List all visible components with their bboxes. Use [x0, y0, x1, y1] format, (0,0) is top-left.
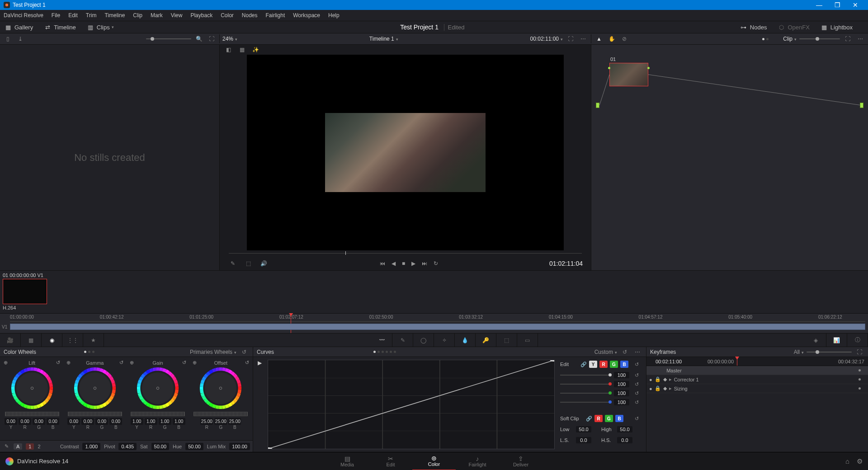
transport-last[interactable]: ⏭: [422, 260, 427, 267]
curve-intensity-value[interactable]: 100: [614, 399, 629, 405]
menu-color[interactable]: Color: [221, 12, 234, 19]
scopes-icon[interactable]: 📊: [826, 334, 847, 347]
wheel-lift[interactable]: ⊕Lift↺ 0.000.000.000.00 YRGB: [2, 360, 62, 437]
node-zoom-slider[interactable]: [799, 38, 840, 39]
menu-playback[interactable]: Playback: [190, 12, 212, 19]
low-value[interactable]: 50.0: [576, 426, 591, 432]
gallery-export-icon[interactable]: ⤓: [15, 34, 25, 43]
menu-view[interactable]: View: [171, 12, 183, 19]
auto-balance-icon[interactable]: ✎: [3, 442, 10, 451]
wheel-value[interactable]: 0.00: [19, 418, 31, 425]
page-tab-deliver[interactable]: ⇪Deliver: [499, 452, 542, 470]
window-icon[interactable]: ◯: [413, 334, 434, 347]
mini-timeline[interactable]: 01:00:00:0001:00:42:1201:01:25:0001:02:0…: [0, 314, 868, 334]
tracker-icon[interactable]: ✧: [434, 334, 455, 347]
contrast-value[interactable]: 1.000: [82, 443, 100, 450]
chan-r[interactable]: R: [599, 361, 608, 368]
sat-value[interactable]: 50.00: [151, 443, 170, 450]
wheel-offset[interactable]: ⊕Offset↺ 25.0025.0025.00 RGB: [191, 360, 251, 437]
timeline-toggle[interactable]: ⇄Timeline: [44, 24, 76, 31]
page-tab-edit[interactable]: ✂Edit: [369, 452, 412, 470]
wheel-value[interactable]: 0.00: [81, 418, 94, 425]
wheel-value[interactable]: 1.00: [159, 418, 171, 425]
curve-row-reset-icon[interactable]: ↺: [632, 371, 642, 380]
wheel-value[interactable]: 1.00: [173, 418, 185, 425]
lock-icon-2[interactable]: 🔒: [655, 385, 661, 391]
viewer-grid-icon[interactable]: ▦: [237, 45, 247, 54]
nodes-toggle[interactable]: ⊶Nodes: [740, 24, 767, 31]
sizing-icon[interactable]: ⬚: [496, 334, 517, 347]
node-source[interactable]: [596, 103, 599, 108]
menu-edit[interactable]: Edit: [68, 12, 78, 19]
chan-g[interactable]: G: [610, 361, 618, 368]
curves-mode[interactable]: Custom: [594, 349, 617, 355]
color-match-icon[interactable]: ▦: [21, 334, 42, 347]
openfx-toggle[interactable]: ⬡OpenFX: [778, 24, 809, 31]
gallery-thumb-slider[interactable]: [146, 38, 191, 39]
link-icon[interactable]: 🔗: [580, 362, 587, 367]
wheel-reset-icon[interactable]: ↺: [182, 360, 186, 366]
transport-loop[interactable]: ↻: [434, 260, 438, 267]
curve-intensity-slider[interactable]: [560, 402, 612, 403]
viewer-zoom[interactable]: 24%: [222, 36, 237, 42]
curve-plot[interactable]: [268, 360, 555, 449]
curve-intensity-slider[interactable]: [560, 393, 612, 394]
transport-prev[interactable]: ◀: [392, 260, 396, 267]
adj-a[interactable]: A: [14, 443, 22, 450]
curve-intensity-slider[interactable]: [560, 375, 612, 376]
wheel-jog[interactable]: [193, 412, 248, 416]
lock-icon[interactable]: 🔒: [655, 376, 661, 382]
menu-nodes[interactable]: Nodes: [242, 12, 258, 19]
primaries-icon[interactable]: ◉: [42, 334, 62, 347]
kf-expand-corrector[interactable]: ▸: [669, 376, 672, 382]
wheel-reset-icon[interactable]: ↺: [245, 360, 249, 366]
mini-timeline-track[interactable]: [10, 324, 865, 330]
rgb-mixer-icon[interactable]: ⋮⋮: [62, 334, 83, 347]
softclip-reset-icon[interactable]: ↺: [632, 414, 642, 423]
viewer-timecode[interactable]: 00:02:11:00: [530, 36, 563, 42]
hs-value[interactable]: 0.0: [617, 437, 632, 443]
gallery-toggle[interactable]: ▦Gallery: [5, 24, 33, 31]
kf-expand-icon[interactable]: ⛶: [854, 348, 864, 357]
kf-row-corrector[interactable]: ●🔒◆▸ Corrector 1: [646, 375, 868, 384]
ls-value[interactable]: 0.0: [576, 437, 591, 443]
wheel-picker-icon[interactable]: ⊕: [66, 360, 71, 366]
adj-1[interactable]: 1: [26, 443, 34, 450]
home-icon[interactable]: ⌂: [845, 457, 849, 465]
menu-fairlight[interactable]: Fairlight: [266, 12, 285, 19]
viewer-wand-icon[interactable]: ✨: [250, 45, 260, 54]
wheel-value[interactable]: 25.00: [200, 418, 213, 425]
motion-effects-icon[interactable]: ★: [83, 334, 104, 347]
wheel-value[interactable]: 0.00: [47, 418, 59, 425]
menu-trim[interactable]: Trim: [86, 12, 97, 19]
wheel-value[interactable]: 25.00: [214, 418, 227, 425]
transport-stop[interactable]: ■: [402, 260, 405, 267]
wheel-jog[interactable]: [131, 412, 185, 416]
info-icon[interactable]: ⓘ: [847, 334, 868, 347]
wheel-reset-icon[interactable]: ↺: [119, 360, 123, 366]
curve-intensity-value[interactable]: 100: [614, 372, 629, 378]
camera-raw-icon[interactable]: 🎥: [0, 334, 21, 347]
wheel-value[interactable]: 0.00: [109, 418, 122, 425]
chan-y[interactable]: Y: [589, 361, 597, 368]
hue-value[interactable]: 50.00: [185, 443, 203, 450]
wheel-value[interactable]: 25.00: [228, 418, 241, 425]
viewer-split-icon[interactable]: ◧: [223, 45, 233, 54]
curves-options-icon[interactable]: ⋯: [632, 348, 642, 357]
viewer-timeline-name[interactable]: Timeline 1: [369, 36, 398, 42]
blur-icon[interactable]: 💧: [455, 334, 476, 347]
expand-icon[interactable]: ⛶: [207, 34, 217, 43]
curve-intensity-value[interactable]: 100: [614, 381, 629, 387]
wheel-jog[interactable]: [68, 412, 122, 416]
adj-2[interactable]: 2: [38, 444, 40, 449]
curves-page-dots[interactable]: [373, 351, 396, 353]
node-01[interactable]: [609, 63, 648, 86]
menu-app[interactable]: DaVinci Resolve: [4, 12, 43, 19]
window-close[interactable]: ✕: [846, 1, 864, 9]
keyframe-mode-icon[interactable]: ◈: [806, 334, 826, 347]
wheels-mode[interactable]: Primaries Wheels: [190, 349, 236, 355]
disable-icon[interactable]: ⊘: [619, 34, 629, 43]
menu-help[interactable]: Help: [328, 12, 340, 19]
node-graph[interactable]: 01: [591, 45, 868, 270]
clip-card[interactable]: 01 00:00:00:00 V1 H.264: [3, 273, 48, 311]
